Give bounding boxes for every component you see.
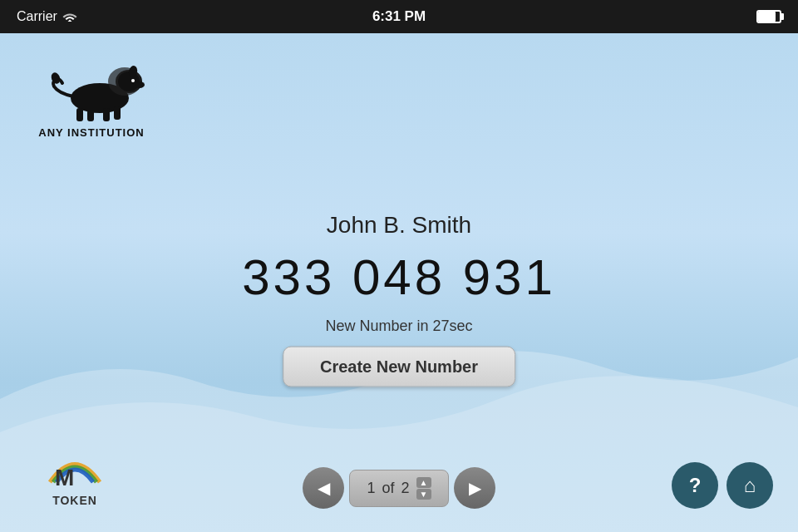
battery-fill [758, 12, 776, 22]
mtoken-logo-icon: M [42, 442, 108, 492]
user-name: John B. Smith [327, 212, 471, 239]
battery-icon [756, 10, 781, 23]
help-button[interactable]: ? [672, 462, 718, 509]
battery-indicator [756, 10, 781, 23]
next-button[interactable]: ▶ [454, 467, 495, 509]
home-button[interactable]: ⌂ [727, 462, 773, 509]
svg-rect-7 [114, 106, 121, 120]
svg-point-3 [118, 71, 140, 91]
pagination-row: ◀ 1 of 2 ▲ ▼ ▶ [303, 467, 495, 509]
stepper-up-button[interactable]: ▲ [416, 477, 431, 488]
mtoken-label: TOKEN [52, 494, 97, 507]
institution-name: ANY INSTITUTION [38, 126, 144, 139]
center-content: John B. Smith 333 048 931 New Number in … [242, 212, 556, 387]
otp-number: 333 048 931 [242, 249, 556, 306]
wifi-icon [62, 11, 77, 22]
svg-text:M: M [55, 465, 74, 490]
countdown-text: New Number in 27sec [325, 318, 472, 335]
page-indicator: 1 of 2 ▲ ▼ [349, 470, 449, 507]
prev-button[interactable]: ◀ [303, 467, 344, 509]
create-new-number-button[interactable]: Create New Number [283, 347, 515, 387]
right-action-buttons: ? ⌂ [672, 462, 773, 509]
page-stepper[interactable]: ▲ ▼ [416, 477, 431, 500]
svg-point-10 [131, 79, 135, 82]
svg-rect-6 [103, 108, 110, 121]
status-bar: Carrier 6:31 PM [0, 0, 798, 33]
stepper-down-button[interactable]: ▼ [416, 489, 431, 500]
current-page: 1 [367, 480, 375, 497]
main-content: ANY INSTITUTION M TOKEN John B. Smith 33… [0, 33, 798, 532]
carrier-label: Carrier [17, 9, 77, 24]
carrier-text: Carrier [17, 9, 57, 24]
page-separator: of [382, 480, 394, 497]
svg-rect-5 [87, 110, 94, 121]
svg-point-11 [135, 81, 145, 88]
mtoken-area: M TOKEN [33, 442, 116, 507]
total-pages: 2 [401, 480, 410, 497]
institution-logo-area: ANY INSTITUTION [33, 50, 150, 139]
svg-rect-4 [76, 108, 83, 121]
status-time: 6:31 PM [372, 8, 426, 25]
lion-logo [33, 50, 150, 125]
